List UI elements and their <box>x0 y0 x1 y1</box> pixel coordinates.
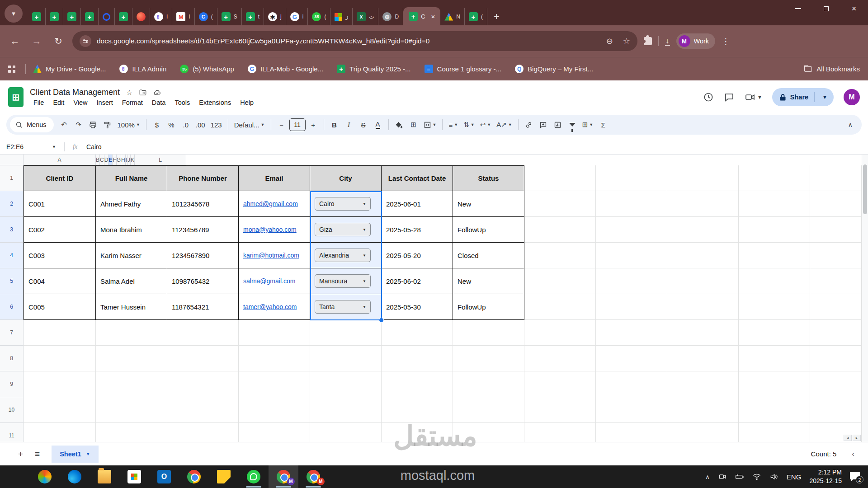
empty-cell[interactable] <box>810 397 862 423</box>
text-wrap-button[interactable]: ↩▼ <box>478 117 494 132</box>
table-cell[interactable]: Mansoura▼ <box>310 268 382 294</box>
table-cell[interactable]: Alexandria▼ <box>310 243 382 268</box>
all-bookmarks-button[interactable]: All Bookmarks <box>804 65 860 73</box>
format-percent-button[interactable]: % <box>165 117 178 132</box>
empty-cell[interactable] <box>739 371 810 397</box>
insert-comment-button[interactable] <box>537 117 550 132</box>
document-title[interactable]: Client Data Management <box>30 88 120 97</box>
table-cell[interactable]: 1123456789 <box>167 217 239 243</box>
browser-tab[interactable]: ( <box>465 8 487 25</box>
empty-cell[interactable] <box>667 268 739 294</box>
table-cell[interactable]: C003 <box>24 243 96 268</box>
increase-font-size-button[interactable]: + <box>307 117 320 132</box>
fill-color-button[interactable] <box>392 117 406 132</box>
city-dropdown[interactable]: Cairo▼ <box>315 197 371 211</box>
empty-cell[interactable] <box>739 423 810 442</box>
apps-grid-icon[interactable] <box>8 66 15 73</box>
empty-cell[interactable] <box>239 397 310 423</box>
empty-cell[interactable] <box>239 346 310 371</box>
empty-cell[interactable] <box>453 320 524 346</box>
empty-cell[interactable] <box>453 397 524 423</box>
name-box[interactable]: E2:E6 ▼ <box>6 143 60 150</box>
browser-tab[interactable] <box>115 8 132 25</box>
horizontal-align-button[interactable]: ≡▼ <box>446 117 460 132</box>
browser-tab-active[interactable]: C× <box>403 7 440 25</box>
table-cell[interactable]: 2025-05-30 <box>382 294 453 320</box>
taskbar-chrome[interactable]: M <box>269 465 298 488</box>
table-cell[interactable]: 1098765432 <box>167 268 239 294</box>
table-cell[interactable]: Mona Ibrahim <box>96 217 167 243</box>
paint-format-button[interactable] <box>101 117 114 132</box>
table-cell[interactable]: 1012345678 <box>167 191 239 217</box>
table-header-cell[interactable]: Email <box>239 165 310 191</box>
empty-cell[interactable] <box>96 320 167 346</box>
menu-insert[interactable]: Insert <box>93 99 117 107</box>
table-cell[interactable]: C002 <box>24 217 96 243</box>
zoom-select[interactable]: 100%▼ <box>115 117 142 132</box>
empty-cell[interactable] <box>453 346 524 371</box>
table-cell[interactable]: C004 <box>24 268 96 294</box>
menu-edit[interactable]: Edit <box>49 99 68 107</box>
browser-tab[interactable] <box>132 8 150 25</box>
format-currency-button[interactable]: $ <box>150 117 164 132</box>
table-cell[interactable]: Giza▼ <box>310 217 382 243</box>
city-dropdown[interactable]: Tanta▼ <box>315 300 371 314</box>
empty-cell[interactable] <box>524 191 596 217</box>
column-header-K[interactable]: K <box>131 155 135 165</box>
empty-cell[interactable] <box>524 294 596 320</box>
table-header-cell[interactable]: Client ID <box>24 165 96 191</box>
browser-tab[interactable]: S <box>217 8 242 25</box>
table-header-cell[interactable]: City <box>310 165 382 191</box>
empty-cell[interactable] <box>739 397 810 423</box>
column-header-G[interactable]: G <box>117 155 121 165</box>
row-header-8[interactable]: 8 <box>0 346 24 371</box>
bookmark-item[interactable]: ILLA Admin <box>119 65 166 73</box>
empty-cell[interactable] <box>739 191 810 217</box>
browser-tab[interactable]: D <box>378 8 403 25</box>
maximize-button[interactable] <box>812 0 840 17</box>
row-header-5[interactable]: 5 <box>0 268 24 294</box>
tab-close-icon[interactable]: × <box>431 13 435 20</box>
speaker-icon[interactable] <box>769 472 778 481</box>
functions-button[interactable]: Σ <box>596 117 610 132</box>
create-filter-button[interactable] <box>566 117 579 132</box>
browser-tab[interactable]: t <box>242 8 264 25</box>
menu-tools[interactable]: Tools <box>171 99 193 107</box>
empty-cell[interactable] <box>810 371 862 397</box>
column-header-C[interactable]: C <box>100 155 104 165</box>
table-cell[interactable]: Tanta▼ <box>310 294 382 320</box>
star-icon[interactable]: ☆ <box>126 88 132 97</box>
empty-cell[interactable] <box>810 217 862 243</box>
city-dropdown[interactable]: Mansoura▼ <box>315 274 371 288</box>
empty-cell[interactable] <box>239 423 310 442</box>
empty-cell[interactable] <box>24 346 96 371</box>
bold-button[interactable]: B <box>328 117 341 132</box>
empty-cell[interactable] <box>596 217 667 243</box>
empty-cell[interactable] <box>596 346 667 371</box>
browser-tab[interactable]: ز <box>330 8 353 25</box>
font-size-input[interactable]: 11 <box>289 118 306 131</box>
taskbar-store[interactable] <box>119 465 149 488</box>
table-cell[interactable]: 2025-05-28 <box>382 217 453 243</box>
table-cell[interactable]: salma@gmail.com <box>239 268 310 294</box>
column-header-E[interactable]: E <box>108 155 113 165</box>
empty-cell[interactable] <box>810 268 862 294</box>
url-bar[interactable]: docs.google.com/spreadsheets/d/14bErPExI… <box>72 31 637 51</box>
menu-data[interactable]: Data <box>148 99 170 107</box>
taskbar-explorer[interactable] <box>90 465 119 488</box>
empty-cell[interactable] <box>382 371 453 397</box>
table-cell[interactable]: tamer@yahoo.com <box>239 294 310 320</box>
menu-format[interactable]: Format <box>118 99 146 107</box>
column-header-J[interactable]: J <box>127 155 131 165</box>
email-link[interactable]: karim@hotmail.com <box>243 252 299 259</box>
row-header-4[interactable]: 4 <box>0 243 24 268</box>
table-cell[interactable]: Salma Adel <box>96 268 167 294</box>
scroll-left-button[interactable]: ◂ <box>844 435 852 441</box>
decrease-font-size-button[interactable]: − <box>275 117 288 132</box>
table-cell[interactable]: 1187654321 <box>167 294 239 320</box>
bookmark-item[interactable]: Course 1 glossary -... <box>425 65 502 73</box>
downloads-icon[interactable]: ↓ <box>665 37 670 46</box>
empty-cell[interactable] <box>739 294 810 320</box>
bookmark-item[interactable]: (5) WhatsApp <box>180 65 234 73</box>
version-history-icon[interactable] <box>703 92 714 103</box>
